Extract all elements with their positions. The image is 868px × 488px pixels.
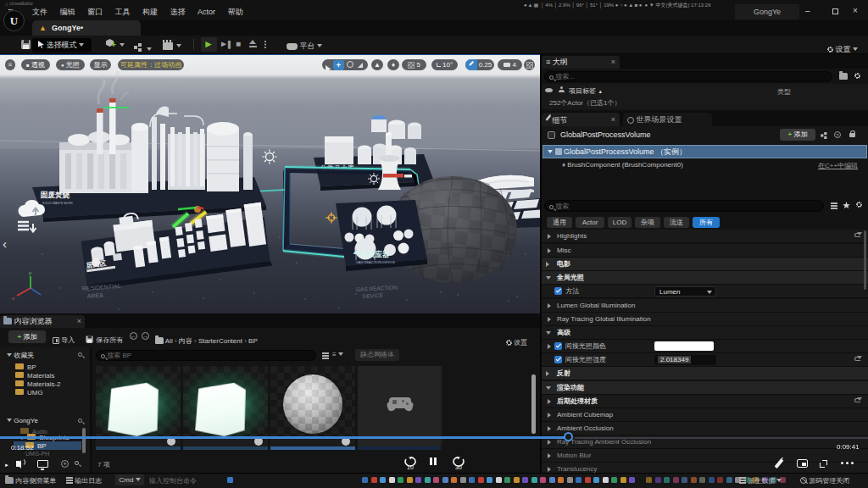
svg-text:x: x [12,296,14,301]
svg-text:AREA: AREA [87,292,104,299]
svg-text:DEVICE: DEVICE [363,292,384,299]
svg-text:10: 10 [407,464,414,470]
svg-text:GAS REACTION DEVICE: GAS REACTION DEVICE [356,260,396,264]
svg-text:y: y [29,270,31,275]
svg-text:固废焚烧: 固废焚烧 [41,191,70,199]
svg-text:30: 30 [455,464,462,470]
svg-text:SOLID WASTE BURN: SOLID WASTE BURN [42,202,73,205]
svg-text:气体反应器: 气体反应器 [353,250,390,258]
